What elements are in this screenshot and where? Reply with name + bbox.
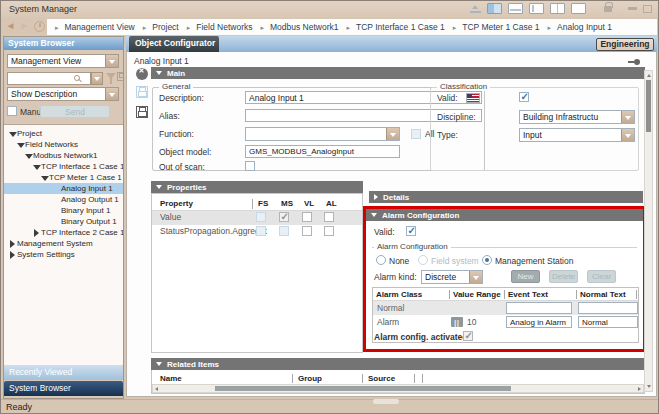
send-button[interactable]: Send xyxy=(40,105,110,118)
save-filter-icon[interactable] xyxy=(117,72,124,81)
chevron-down-icon[interactable] xyxy=(105,88,118,100)
close-icon[interactable] xyxy=(136,68,148,80)
breadcrumb-item[interactable]: Field Networks xyxy=(179,22,253,32)
manual-checkbox[interactable] xyxy=(7,106,17,116)
all-checkbox[interactable] xyxy=(411,129,421,139)
tree-item-binary-input-1[interactable]: Binary Input 1 xyxy=(4,205,123,216)
history-icon[interactable] xyxy=(34,21,45,32)
pin-icon[interactable] xyxy=(628,59,640,65)
alarm-row-alarm[interactable]: Alarm 10 xyxy=(373,315,638,329)
layout-preset-5-icon[interactable] xyxy=(571,3,586,14)
chevron-down-icon[interactable] xyxy=(469,271,482,283)
expander-icon[interactable] xyxy=(17,141,25,149)
section-details-header[interactable]: Details xyxy=(369,191,643,203)
delete-button[interactable]: Delete xyxy=(549,270,578,283)
ms-checkbox[interactable] xyxy=(279,212,289,222)
property-row-value[interactable]: Value xyxy=(152,211,362,225)
expander-icon[interactable] xyxy=(25,152,33,160)
dock-panel-icon[interactable] xyxy=(470,4,481,13)
al-checkbox[interactable] xyxy=(324,226,334,236)
splitter-handle[interactable] xyxy=(373,399,399,404)
scroll-right-icon[interactable] xyxy=(638,387,641,391)
search-input[interactable] xyxy=(7,72,91,85)
breadcrumb-item[interactable]: Analog Input 1 xyxy=(540,22,612,32)
clear-button[interactable]: Clear xyxy=(587,270,616,283)
radio-none[interactable] xyxy=(376,255,386,265)
search-options-button[interactable] xyxy=(91,72,103,85)
tree-item-analog-output-1[interactable]: Analog Output 1 xyxy=(4,194,123,205)
alarm-row-normal[interactable]: Normal xyxy=(373,301,638,315)
horizontal-scrollbar[interactable] xyxy=(152,384,644,393)
new-button[interactable]: New xyxy=(511,270,540,283)
forward-button[interactable]: ► xyxy=(18,20,31,33)
al-checkbox[interactable] xyxy=(324,212,334,222)
type-selector[interactable]: Input xyxy=(519,128,635,142)
save-icon[interactable] xyxy=(136,86,148,98)
vl-checkbox[interactable] xyxy=(302,212,312,222)
tree-item-tcp-interface-1[interactable]: TCP Interface 1 Case 1 xyxy=(4,161,123,172)
vl-checkbox[interactable] xyxy=(302,226,312,236)
layout-preset-2-icon[interactable] xyxy=(508,3,523,14)
scroll-left-icon[interactable] xyxy=(155,387,158,391)
tree-item-tcp-interface-2[interactable]: TCP Interface 2 Case 1 xyxy=(4,227,123,238)
tree-item-management-system[interactable]: Management System xyxy=(4,238,123,249)
save-as-icon[interactable] xyxy=(136,106,148,118)
tree-item-modbus-network1[interactable]: Modbus Network1 xyxy=(4,150,123,161)
section-related-items-header[interactable]: Related Items xyxy=(151,358,645,370)
minimize-button[interactable] xyxy=(628,7,637,10)
normal-text-field[interactable] xyxy=(578,302,638,314)
chevron-down-icon[interactable] xyxy=(105,55,118,67)
tab-system-browser[interactable]: System Browser xyxy=(4,381,123,396)
property-row-statuspropagation[interactable]: StatusPropagation.Aggregat xyxy=(152,225,362,239)
filter-icon[interactable] xyxy=(106,73,116,79)
alarm-valid-checkbox[interactable] xyxy=(406,226,416,236)
tree-item-binary-output-1[interactable]: Binary Output 1 xyxy=(4,216,123,227)
tree-item-system-settings[interactable]: System Settings xyxy=(4,249,123,260)
tab-object-configurator[interactable]: Object Configurator xyxy=(129,36,219,52)
tree-item-project[interactable]: Project xyxy=(4,128,123,139)
function-selector[interactable] xyxy=(245,127,400,141)
section-alarm-configuration-header[interactable]: Alarm Configuration xyxy=(366,209,643,221)
tree-item-analog-input-1[interactable]: Analog Input 1 xyxy=(4,183,123,194)
breadcrumb-item[interactable]: Modbus Network1 xyxy=(252,22,338,32)
tree-item-field-networks[interactable]: Field Networks xyxy=(4,139,123,150)
tree-item-tcp-meter-1[interactable]: TCP Meter 1 Case 1 xyxy=(4,172,123,183)
expander-icon[interactable] xyxy=(41,174,49,182)
breadcrumb-item[interactable]: TCP Interface 1 Case 1 xyxy=(339,22,445,32)
lock-icon[interactable] xyxy=(604,6,612,12)
scrollbar-thumb[interactable] xyxy=(215,386,511,391)
tab-recently-viewed[interactable]: Recently Viewed xyxy=(4,365,123,380)
event-text-field[interactable] xyxy=(506,302,572,314)
breadcrumb-item[interactable]: Management View xyxy=(47,22,135,32)
scroll-down-icon[interactable] xyxy=(647,385,651,388)
layout-preset-4-icon[interactable] xyxy=(550,3,565,14)
chevron-down-icon[interactable] xyxy=(621,129,634,141)
expander-icon[interactable] xyxy=(9,251,17,259)
expander-icon[interactable] xyxy=(9,130,17,138)
engineering-button[interactable]: Engineering xyxy=(596,38,654,51)
breadcrumb-item[interactable]: Project xyxy=(135,22,179,32)
expander-icon[interactable] xyxy=(9,240,17,248)
normal-text-field[interactable] xyxy=(578,316,638,328)
value-range-button[interactable] xyxy=(451,317,463,327)
section-main-header[interactable]: Main xyxy=(151,67,645,79)
chevron-down-icon[interactable] xyxy=(621,111,634,123)
vertical-scrollbar[interactable] xyxy=(644,70,653,392)
back-button[interactable]: ◄ xyxy=(4,20,17,33)
event-text-field[interactable] xyxy=(506,316,572,328)
chevron-down-icon[interactable] xyxy=(386,128,399,140)
view-selector[interactable]: Management View xyxy=(7,54,119,68)
section-properties-header[interactable]: Properties xyxy=(151,181,363,193)
maximize-button[interactable] xyxy=(643,5,652,13)
radio-management-station[interactable] xyxy=(482,255,492,265)
scrollbar-thumb[interactable] xyxy=(646,80,651,132)
alarm-kind-selector[interactable]: Discrete xyxy=(421,270,483,284)
expander-icon[interactable] xyxy=(33,229,41,237)
expander-icon[interactable] xyxy=(33,163,41,171)
scroll-up-icon[interactable] xyxy=(647,74,651,77)
out-of-scan-checkbox[interactable] xyxy=(245,161,255,171)
layout-preset-3-icon[interactable] xyxy=(529,3,544,14)
discipline-selector[interactable]: Building Infrastructu xyxy=(519,110,635,124)
breadcrumb-item[interactable]: TCP Meter 1 Case 1 xyxy=(445,22,540,32)
layout-preset-1-icon[interactable] xyxy=(487,3,502,14)
